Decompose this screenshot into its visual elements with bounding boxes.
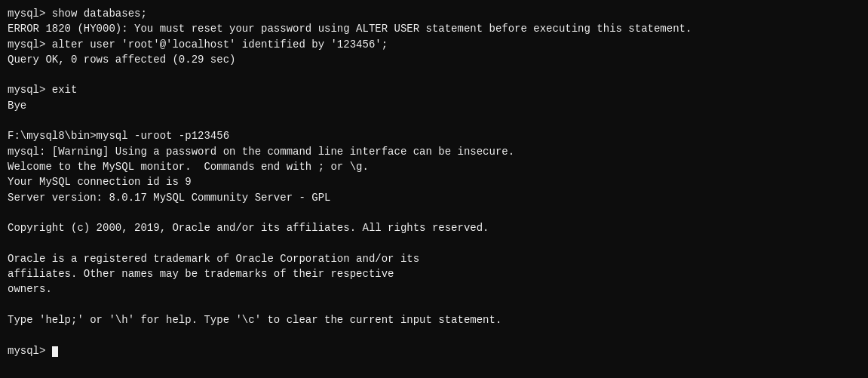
blank-line <box>8 205 860 220</box>
terminal-line: Copyright (c) 2000, 2019, Oracle and/or … <box>8 220 860 235</box>
terminal-prompt-line[interactable]: mysql> <box>8 343 860 358</box>
terminal-line: Welcome to the MySQL monitor. Commands e… <box>8 159 860 174</box>
blank-line <box>8 297 860 312</box>
blank-line <box>8 327 860 343</box>
terminal-line: F:\mysql8\bin>mysql -uroot -p123456 <box>8 128 860 143</box>
terminal-line: mysql> alter user 'root'@'localhost' ide… <box>8 37 860 52</box>
terminal-line: Query OK, 0 rows affected (0.29 sec) <box>8 52 860 67</box>
terminal-line: ERROR 1820 (HY000): You must reset your … <box>8 21 860 36</box>
terminal-line: Type 'help;' or '\h' for help. Type '\c'… <box>8 312 860 327</box>
terminal-line: mysql: [Warning] Using a password on the… <box>8 144 860 159</box>
prompt-text: mysql> <box>8 345 52 357</box>
terminal-window[interactable]: mysql> show databases; ERROR 1820 (HY000… <box>0 0 868 378</box>
terminal-line: Server version: 8.0.17 MySQL Community S… <box>8 190 860 205</box>
terminal-line: mysql> exit <box>8 82 860 97</box>
blank-line <box>8 67 860 82</box>
terminal-line: Bye <box>8 98 860 113</box>
blank-line <box>8 235 860 250</box>
terminal-line: mysql> show databases; <box>8 6 860 21</box>
blank-line <box>8 113 860 128</box>
terminal-line: Oracle is a registered trademark of Orac… <box>8 251 860 266</box>
terminal-line: Your MySQL connection id is 9 <box>8 174 860 189</box>
cursor-blink <box>52 346 58 357</box>
terminal-line: affiliates. Other names may be trademark… <box>8 266 860 281</box>
terminal-line: owners. <box>8 281 860 297</box>
